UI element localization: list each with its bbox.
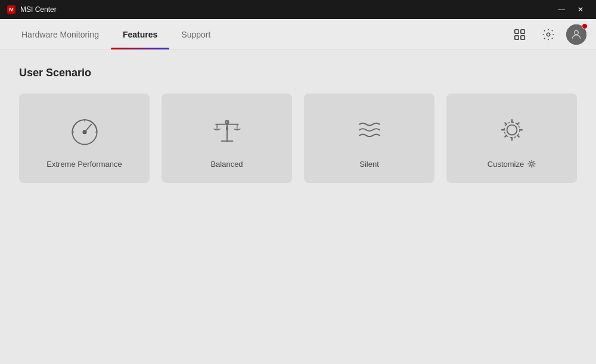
tab-hardware-monitoring[interactable]: Hardware Monitoring — [10, 19, 111, 49]
title-bar: M MSI Center — ✕ — [0, 0, 596, 19]
customize-small-gear-icon — [527, 160, 536, 168]
silent-label: Silent — [359, 160, 379, 169]
settings-icon-button[interactable] — [538, 24, 559, 45]
svg-point-5 — [575, 30, 579, 35]
grid-icon-button[interactable] — [509, 24, 530, 45]
user-icon — [570, 29, 582, 41]
silent-card[interactable]: Silent — [304, 94, 434, 183]
svg-point-4 — [547, 33, 550, 36]
extreme-performance-label: Extreme Performance — [46, 160, 122, 169]
nav-tabs: Hardware Monitoring Features Support — [10, 19, 222, 49]
svg-rect-2 — [515, 35, 519, 39]
app-icon: M — [7, 5, 15, 14]
balanced-card[interactable]: Balanced — [162, 94, 292, 183]
tab-support[interactable]: Support — [169, 19, 222, 49]
tab-features[interactable]: Features — [111, 19, 169, 49]
avatar[interactable] — [566, 24, 586, 45]
svg-rect-0 — [515, 29, 519, 33]
balanced-label: Balanced — [210, 160, 243, 169]
settings-icon — [542, 28, 555, 41]
title-bar-left: M MSI Center — [7, 5, 57, 14]
svg-rect-1 — [521, 29, 524, 33]
svg-rect-3 — [521, 35, 524, 39]
notification-badge — [582, 23, 588, 29]
close-button[interactable]: ✕ — [572, 4, 589, 15]
svg-point-20 — [530, 163, 533, 166]
svg-point-11 — [83, 130, 86, 133]
customize-card[interactable]: Customize — [446, 94, 577, 183]
section-title: User Scenario — [19, 67, 577, 79]
nav-right — [509, 19, 586, 49]
nav-bar: Hardware Monitoring Features Support — [0, 19, 596, 50]
main-content: User Scenario Extreme Performance — [0, 50, 596, 364]
window-controls: — ✕ — [553, 4, 589, 15]
minimize-button[interactable]: — — [553, 4, 570, 15]
balanced-icon — [208, 111, 246, 149]
silent-icon — [350, 111, 389, 149]
grid-icon — [513, 28, 526, 41]
extreme-performance-card[interactable]: Extreme Performance — [19, 94, 150, 183]
extreme-performance-icon — [66, 111, 104, 149]
cards-grid: Extreme Performance — [19, 94, 577, 183]
customize-label: Customize — [488, 160, 536, 169]
app-title: MSI Center — [20, 5, 57, 14]
svg-point-18 — [507, 125, 517, 135]
customize-icon — [493, 111, 531, 149]
